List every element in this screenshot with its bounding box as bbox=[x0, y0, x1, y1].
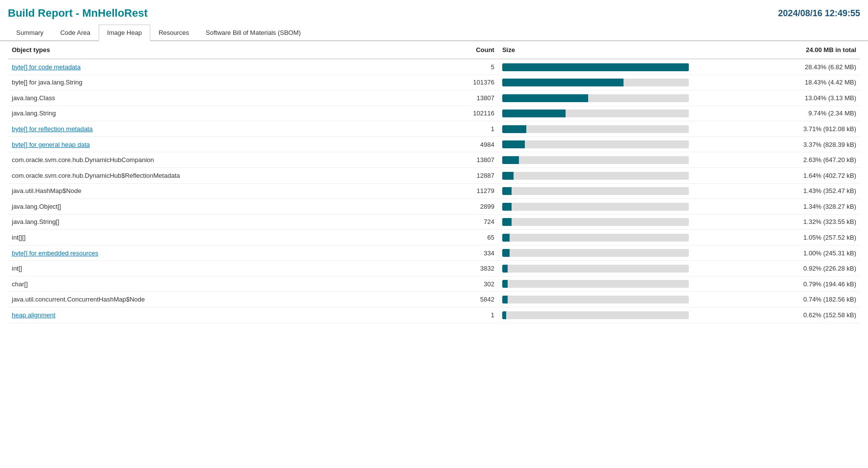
bar-fill bbox=[502, 280, 508, 288]
object-type-name[interactable]: byte[] for general heap data bbox=[8, 137, 459, 152]
object-count: 2899 bbox=[459, 199, 498, 215]
table-row: byte[] for java.lang.String10137618.43% … bbox=[8, 75, 860, 90]
object-types-table: Object types Count Size 24.00 MB in tota… bbox=[8, 41, 860, 323]
bar-fill bbox=[502, 218, 512, 226]
size-bar-cell bbox=[498, 245, 705, 261]
object-count: 5842 bbox=[459, 292, 498, 307]
col-header-count: Count bbox=[459, 41, 498, 59]
size-total: 1.05% (257.52 kB) bbox=[705, 230, 860, 246]
bar-container bbox=[502, 280, 689, 288]
object-count: 334 bbox=[459, 245, 498, 261]
bar-container bbox=[502, 218, 689, 226]
object-type-name: java.util.HashMap$Node bbox=[8, 183, 459, 199]
bar-fill bbox=[502, 187, 512, 195]
object-type-name: java.util.concurrent.ConcurrentHashMap$N… bbox=[8, 292, 459, 307]
object-type-link[interactable]: byte[] for reflection metadata bbox=[12, 125, 93, 133]
size-total: 3.37% (828.39 kB) bbox=[705, 137, 860, 152]
object-count: 724 bbox=[459, 214, 498, 230]
object-count: 13807 bbox=[459, 90, 498, 106]
size-total: 0.74% (182.56 kB) bbox=[705, 292, 860, 307]
object-type-name: char[] bbox=[8, 276, 459, 292]
object-type-name[interactable]: byte[] for code metadata bbox=[8, 59, 459, 75]
page-header: Build Report - MnHelloRest 2024/08/16 12… bbox=[0, 0, 868, 25]
bar-container bbox=[502, 296, 689, 303]
bar-container bbox=[502, 79, 689, 86]
object-count: 4984 bbox=[459, 137, 498, 152]
table-row: int[]38320.92% (226.28 kB) bbox=[8, 261, 860, 276]
table-row: java.util.HashMap$Node112791.43% (352.47… bbox=[8, 183, 860, 199]
size-bar-cell bbox=[498, 106, 705, 121]
table-row: java.lang.String1021169.74% (2.34 MB) bbox=[8, 106, 860, 121]
bar-fill bbox=[502, 203, 512, 211]
bar-container bbox=[502, 311, 689, 319]
tab-summary[interactable]: Summary bbox=[8, 25, 52, 41]
size-bar-cell bbox=[498, 183, 705, 199]
table-row: char[]3020.79% (194.46 kB) bbox=[8, 276, 860, 292]
object-type-name[interactable]: heap alignment bbox=[8, 307, 459, 323]
object-type-name: int[] bbox=[8, 261, 459, 276]
table-row: java.lang.String[]7241.32% (323.55 kB) bbox=[8, 214, 860, 230]
tab-resources[interactable]: Resources bbox=[150, 25, 197, 41]
size-total: 1.64% (402.72 kB) bbox=[705, 167, 860, 183]
size-bar-cell bbox=[498, 152, 705, 168]
size-bar-cell bbox=[498, 214, 705, 230]
size-bar-cell bbox=[498, 167, 705, 183]
size-bar-cell bbox=[498, 121, 705, 137]
object-type-name: int[][] bbox=[8, 230, 459, 246]
bar-fill bbox=[502, 110, 566, 117]
table-row: java.lang.Object[]28991.34% (328.27 kB) bbox=[8, 199, 860, 215]
size-bar-cell bbox=[498, 276, 705, 292]
object-count: 5 bbox=[459, 59, 498, 75]
bar-fill bbox=[502, 249, 510, 257]
bar-container bbox=[502, 265, 689, 273]
object-type-link[interactable]: byte[] for code metadata bbox=[12, 63, 81, 71]
object-type-link[interactable]: byte[] for embedded resources bbox=[12, 249, 98, 257]
tab-code-area[interactable]: Code Area bbox=[52, 25, 99, 41]
object-count: 13807 bbox=[459, 152, 498, 168]
table-row: byte[] for code metadata528.43% (6.82 MB… bbox=[8, 59, 860, 75]
bar-fill bbox=[502, 311, 506, 319]
table-row: com.oracle.svm.core.hub.DynamicHub$Refle… bbox=[8, 167, 860, 183]
size-total: 28.43% (6.82 MB) bbox=[705, 59, 860, 75]
tab-image-heap[interactable]: Image Heap bbox=[99, 25, 150, 41]
bar-fill bbox=[502, 79, 624, 86]
object-type-link[interactable]: byte[] for general heap data bbox=[12, 141, 90, 148]
object-type-name: java.lang.String[] bbox=[8, 214, 459, 230]
object-count: 102116 bbox=[459, 106, 498, 121]
bar-fill bbox=[502, 94, 588, 102]
table-row: heap alignment10.62% (152.58 kB) bbox=[8, 307, 860, 323]
size-total: 18.43% (4.42 MB) bbox=[705, 75, 860, 90]
object-type-name[interactable]: byte[] for reflection metadata bbox=[8, 121, 459, 137]
bar-fill bbox=[502, 265, 508, 273]
table-row: com.oracle.svm.core.hub.DynamicHubCompan… bbox=[8, 152, 860, 168]
object-type-link[interactable]: heap alignment bbox=[12, 311, 55, 319]
object-type-name: com.oracle.svm.core.hub.DynamicHubCompan… bbox=[8, 152, 459, 168]
bar-container bbox=[502, 249, 689, 257]
bar-fill bbox=[502, 140, 525, 148]
bar-container bbox=[502, 203, 689, 211]
tab-sbom[interactable]: Software Bill of Materials (SBOM) bbox=[197, 25, 309, 41]
object-type-name: java.lang.Class bbox=[8, 90, 459, 106]
object-type-name: byte[] for java.lang.String bbox=[8, 75, 459, 90]
tab-bar: Summary Code Area Image Heap Resources S… bbox=[0, 25, 868, 41]
title-prefix: Build Report - bbox=[8, 7, 82, 19]
size-bar-cell bbox=[498, 292, 705, 307]
col-header-object-types: Object types bbox=[8, 41, 459, 59]
object-count: 101376 bbox=[459, 75, 498, 90]
bar-fill bbox=[502, 156, 519, 164]
bar-fill bbox=[502, 296, 508, 303]
size-total: 1.43% (352.47 kB) bbox=[705, 183, 860, 199]
object-type-name[interactable]: byte[] for embedded resources bbox=[8, 245, 459, 261]
size-bar-cell bbox=[498, 59, 705, 75]
bar-container bbox=[502, 156, 689, 164]
object-type-name: java.lang.Object[] bbox=[8, 199, 459, 215]
object-count: 65 bbox=[459, 230, 498, 246]
table-row: java.lang.Class1380713.04% (3.13 MB) bbox=[8, 90, 860, 106]
bar-container bbox=[502, 94, 689, 102]
bar-container bbox=[502, 187, 689, 195]
col-header-total: 24.00 MB in total bbox=[705, 41, 860, 59]
size-bar-cell bbox=[498, 307, 705, 323]
object-count: 12887 bbox=[459, 167, 498, 183]
bar-container bbox=[502, 110, 689, 117]
bar-container bbox=[502, 140, 689, 148]
